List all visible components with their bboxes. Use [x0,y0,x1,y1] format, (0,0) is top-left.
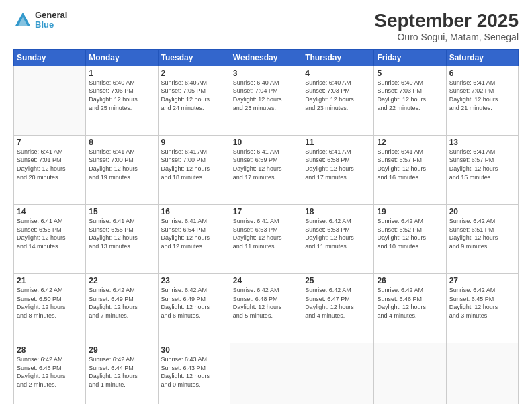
day-info: Sunrise: 6:40 AM Sunset: 7:06 PM Dayligh… [89,79,154,112]
day-number: 12 [377,138,443,147]
calendar-cell: 21Sunrise: 6:42 AM Sunset: 6:50 PM Dayli… [14,273,86,342]
day-info: Sunrise: 6:41 AM Sunset: 6:55 PM Dayligh… [89,217,154,250]
day-number: 24 [233,276,299,285]
day-number: 10 [233,138,299,147]
day-info: Sunrise: 6:42 AM Sunset: 6:48 PM Dayligh… [233,286,299,320]
day-header-saturday: Saturday [446,49,518,66]
day-number: 2 [161,68,227,78]
page: General Blue September 2025 Ouro Sogui, … [0,0,532,411]
day-info: Sunrise: 6:40 AM Sunset: 7:04 PM Dayligh… [233,79,299,112]
logo-text: General Blue [35,11,67,30]
calendar-cell: 28Sunrise: 6:42 AM Sunset: 6:45 PM Dayli… [14,343,86,404]
calendar-cell: 13Sunrise: 6:41 AM Sunset: 6:57 PM Dayli… [446,135,518,204]
day-info: Sunrise: 6:40 AM Sunset: 7:05 PM Dayligh… [161,79,227,112]
calendar-cell: 22Sunrise: 6:42 AM Sunset: 6:49 PM Dayli… [86,273,158,342]
day-number: 6 [449,68,515,78]
calendar-cell: 18Sunrise: 6:42 AM Sunset: 6:53 PM Dayli… [302,204,374,273]
day-number: 26 [377,276,443,285]
day-info: Sunrise: 6:42 AM Sunset: 6:47 PM Dayligh… [305,286,371,320]
day-number: 20 [449,207,515,216]
calendar-cell: 23Sunrise: 6:42 AM Sunset: 6:49 PM Dayli… [158,273,230,342]
calendar-cell: 5Sunrise: 6:40 AM Sunset: 7:03 PM Daylig… [374,66,446,135]
logo-icon [13,11,32,30]
day-info: Sunrise: 6:40 AM Sunset: 7:03 PM Dayligh… [377,79,443,112]
day-number: 25 [305,276,371,285]
calendar-cell [14,66,86,135]
day-number: 29 [89,345,154,355]
week-row-4: 28Sunrise: 6:42 AM Sunset: 6:45 PM Dayli… [14,343,519,404]
calendar-cell [302,343,374,404]
day-info: Sunrise: 6:41 AM Sunset: 7:02 PM Dayligh… [449,79,515,112]
calendar-cell: 29Sunrise: 6:42 AM Sunset: 6:44 PM Dayli… [86,343,158,404]
calendar-table: SundayMondayTuesdayWednesdayThursdayFrid… [13,49,519,404]
day-info: Sunrise: 6:42 AM Sunset: 6:53 PM Dayligh… [305,217,371,250]
page-subtitle: Ouro Sogui, Matam, Senegal [374,32,519,42]
day-info: Sunrise: 6:42 AM Sunset: 6:52 PM Dayligh… [377,217,443,250]
calendar-cell [446,343,518,404]
week-row-2: 14Sunrise: 6:41 AM Sunset: 6:56 PM Dayli… [14,204,519,273]
day-info: Sunrise: 6:42 AM Sunset: 6:49 PM Dayligh… [161,286,227,320]
day-info: Sunrise: 6:41 AM Sunset: 6:54 PM Dayligh… [161,217,227,250]
day-number: 23 [161,276,227,285]
day-info: Sunrise: 6:41 AM Sunset: 7:00 PM Dayligh… [89,148,154,181]
day-info: Sunrise: 6:43 AM Sunset: 6:43 PM Dayligh… [161,355,227,389]
day-number: 21 [17,276,83,285]
calendar-cell: 12Sunrise: 6:41 AM Sunset: 6:57 PM Dayli… [374,135,446,204]
day-number: 1 [89,68,154,78]
day-info: Sunrise: 6:41 AM Sunset: 7:01 PM Dayligh… [17,148,83,181]
day-header-sunday: Sunday [14,49,86,66]
day-info: Sunrise: 6:41 AM Sunset: 7:00 PM Dayligh… [161,148,227,181]
day-info: Sunrise: 6:41 AM Sunset: 6:57 PM Dayligh… [449,148,515,181]
calendar-cell [374,343,446,404]
calendar-body: 1Sunrise: 6:40 AM Sunset: 7:06 PM Daylig… [14,66,519,404]
day-info: Sunrise: 6:42 AM Sunset: 6:45 PM Dayligh… [17,355,83,389]
logo: General Blue [13,11,67,30]
day-info: Sunrise: 6:42 AM Sunset: 6:50 PM Dayligh… [17,286,83,320]
calendar-cell: 15Sunrise: 6:41 AM Sunset: 6:55 PM Dayli… [86,204,158,273]
calendar-cell: 24Sunrise: 6:42 AM Sunset: 6:48 PM Dayli… [230,273,302,342]
day-number: 17 [233,207,299,216]
logo-line1: General [35,11,67,20]
day-number: 27 [449,276,515,285]
calendar-cell: 26Sunrise: 6:42 AM Sunset: 6:46 PM Dayli… [374,273,446,342]
week-row-0: 1Sunrise: 6:40 AM Sunset: 7:06 PM Daylig… [14,66,519,135]
day-number: 30 [161,345,227,355]
day-number: 5 [377,68,443,78]
calendar-cell: 27Sunrise: 6:42 AM Sunset: 6:45 PM Dayli… [446,273,518,342]
day-info: Sunrise: 6:41 AM Sunset: 6:53 PM Dayligh… [233,217,299,250]
day-number: 28 [17,345,83,355]
page-title: September 2025 [374,11,519,32]
calendar-cell: 16Sunrise: 6:41 AM Sunset: 6:54 PM Dayli… [158,204,230,273]
day-info: Sunrise: 6:40 AM Sunset: 7:03 PM Dayligh… [305,79,371,112]
calendar-cell: 7Sunrise: 6:41 AM Sunset: 7:01 PM Daylig… [14,135,86,204]
day-number: 22 [89,276,154,285]
calendar-cell: 9Sunrise: 6:41 AM Sunset: 7:00 PM Daylig… [158,135,230,204]
calendar-cell: 1Sunrise: 6:40 AM Sunset: 7:06 PM Daylig… [86,66,158,135]
day-number: 19 [377,207,443,216]
calendar-cell: 10Sunrise: 6:41 AM Sunset: 6:59 PM Dayli… [230,135,302,204]
day-info: Sunrise: 6:41 AM Sunset: 6:58 PM Dayligh… [305,148,371,181]
header: General Blue September 2025 Ouro Sogui, … [13,11,519,42]
day-header-wednesday: Wednesday [230,49,302,66]
day-header-friday: Friday [374,49,446,66]
day-info: Sunrise: 6:42 AM Sunset: 6:46 PM Dayligh… [377,286,443,320]
day-number: 8 [89,138,154,147]
calendar-cell: 30Sunrise: 6:43 AM Sunset: 6:43 PM Dayli… [158,343,230,404]
day-info: Sunrise: 6:42 AM Sunset: 6:44 PM Dayligh… [89,355,154,389]
week-row-3: 21Sunrise: 6:42 AM Sunset: 6:50 PM Dayli… [14,273,519,342]
day-number: 3 [233,68,299,78]
calendar-cell: 11Sunrise: 6:41 AM Sunset: 6:58 PM Dayli… [302,135,374,204]
day-info: Sunrise: 6:42 AM Sunset: 6:49 PM Dayligh… [89,286,154,320]
day-number: 18 [305,207,371,216]
title-block: September 2025 Ouro Sogui, Matam, Senega… [374,11,519,42]
day-header-thursday: Thursday [302,49,374,66]
calendar-header: SundayMondayTuesdayWednesdayThursdayFrid… [14,49,519,66]
week-row-1: 7Sunrise: 6:41 AM Sunset: 7:01 PM Daylig… [14,135,519,204]
calendar-cell: 20Sunrise: 6:42 AM Sunset: 6:51 PM Dayli… [446,204,518,273]
day-number: 9 [161,138,227,147]
calendar-cell: 19Sunrise: 6:42 AM Sunset: 6:52 PM Dayli… [374,204,446,273]
calendar-cell: 14Sunrise: 6:41 AM Sunset: 6:56 PM Dayli… [14,204,86,273]
calendar-cell: 3Sunrise: 6:40 AM Sunset: 7:04 PM Daylig… [230,66,302,135]
day-number: 11 [305,138,371,147]
day-number: 13 [449,138,515,147]
